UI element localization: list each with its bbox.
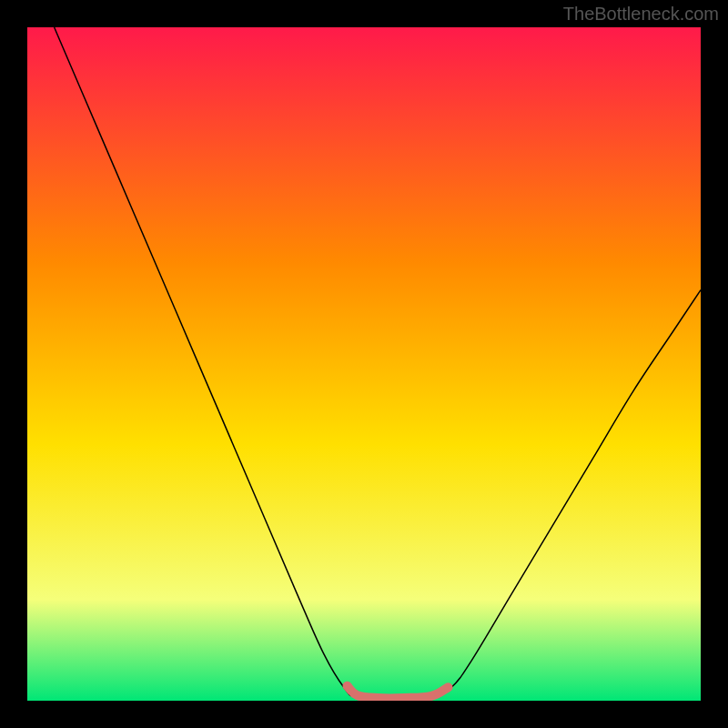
bottleneck-chart <box>27 27 701 701</box>
attribution-text: TheBottleneck.com <box>563 4 719 25</box>
chart-container <box>27 27 701 701</box>
gradient-background <box>27 27 701 701</box>
